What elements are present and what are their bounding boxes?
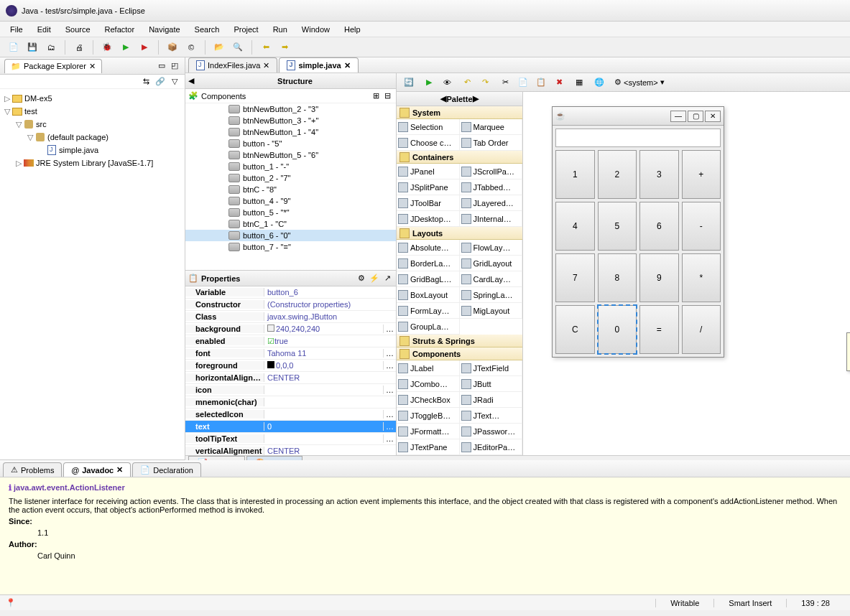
properties-table[interactable]: Variablebutton_6Constructor(Constructor … [185, 286, 396, 455]
props-tool-icon[interactable]: ⚙ [356, 273, 367, 284]
view-menu-icon[interactable]: ▽ [169, 76, 180, 88]
palette-item[interactable]: JCombo… [397, 376, 460, 392]
component-item[interactable]: button - "5" [185, 138, 396, 149]
menu-edit[interactable]: Edit [30, 23, 58, 36]
prop-edit-button[interactable]: … [383, 410, 396, 419]
component-item[interactable]: button_5 - "*" [185, 207, 396, 218]
forward-button[interactable]: ➡ [277, 39, 292, 55]
menu-navigate[interactable]: Navigate [142, 23, 187, 36]
property-row[interactable]: text0… [185, 421, 396, 433]
tree-item[interactable]: simple.java [3, 144, 182, 157]
tree-item[interactable]: ▷JRE System Library [JavaSE-1.7] [3, 157, 182, 169]
menu-window[interactable]: Window [295, 23, 337, 36]
calc-button-/[interactable]: / [682, 305, 721, 354]
palette-cat-system[interactable]: System [397, 106, 522, 119]
menu-source[interactable]: Source [58, 23, 98, 36]
component-item[interactable]: button_1 - "-" [185, 161, 396, 172]
menu-help[interactable]: Help [337, 23, 368, 36]
palette-item[interactable]: JSplitPane [397, 179, 460, 195]
property-row[interactable]: selectedIcon… [185, 409, 396, 421]
expand-all-icon[interactable]: ⊞ [370, 90, 382, 102]
calc-button-9[interactable]: 9 [639, 253, 679, 302]
menu-run[interactable]: Run [266, 23, 295, 36]
palette-item[interactable]: JLayered… [460, 195, 523, 211]
palette-item[interactable]: JPasswor… [460, 424, 523, 439]
component-item[interactable]: btnNewButton_2 - "3" [185, 103, 396, 115]
palette-item[interactable]: JScrollPa… [460, 164, 523, 179]
palette-item[interactable]: JTextPane [397, 439, 460, 455]
palette-item[interactable]: Selection [397, 119, 460, 135]
palette-item[interactable]: SpringLa… [460, 287, 523, 303]
component-item[interactable]: btnC - "8" [185, 184, 396, 195]
palette-item[interactable]: Choose c… [397, 135, 460, 151]
component-item[interactable]: btnNewButton_1 - "4" [185, 126, 396, 138]
props-events-icon[interactable]: ⚡ [369, 273, 380, 284]
palette-item[interactable]: JToggleB… [397, 408, 460, 424]
palette-item[interactable]: GroupLa… [397, 319, 460, 335]
component-item[interactable]: button_2 - "7" [185, 172, 396, 184]
design-toolbar[interactable]: 🔄 ▶ 👁 ↶ ↷ ✂ 📄 📋 ✖ ▦ 🌐 [397, 73, 850, 92]
bottom-tab-declaration[interactable]: 📄Declaration [132, 462, 201, 477]
property-row[interactable]: foreground0,0,0… [185, 360, 396, 372]
frame-min-button[interactable]: — [670, 111, 686, 122]
property-row[interactable]: Variablebutton_6 [185, 286, 396, 299]
palette-cat-struts[interactable]: Struts & Springs [397, 335, 522, 347]
palette-item[interactable]: JPanel [397, 164, 460, 179]
components-header[interactable]: 🧩 Components ⊞ ⊟ [185, 89, 396, 103]
property-row[interactable]: fontTahoma 11… [185, 347, 396, 360]
debug-button[interactable]: 🐞 [99, 39, 115, 55]
preview-icon[interactable]: 👁 [439, 75, 455, 90]
component-item[interactable]: button_6 - "0" [185, 230, 396, 241]
undo-icon[interactable]: ↶ [459, 75, 475, 90]
palette-item[interactable]: MigLayout [460, 303, 523, 319]
save-all-button[interactable]: 🗂 [43, 39, 59, 55]
palette-item[interactable]: JDesktop… [397, 211, 460, 227]
calc-button-C[interactable]: C [555, 305, 595, 354]
palette-item[interactable]: GridLayout [460, 256, 523, 271]
new-class-button[interactable]: © [183, 39, 199, 55]
palette-item[interactable]: Absolute… [397, 240, 460, 256]
calc-button-8[interactable]: 8 [598, 253, 637, 302]
collapse-icon[interactable]: ◀ [188, 76, 194, 85]
component-item[interactable]: button_7 - "=" [185, 241, 396, 253]
property-row[interactable]: Constructor(Constructor properties) [185, 299, 396, 311]
redo-icon[interactable]: ↷ [477, 75, 493, 90]
property-row[interactable]: icon… [185, 384, 396, 396]
prop-edit-button[interactable]: … [383, 325, 396, 333]
package-tree[interactable]: ▷DM-ex5▽test▽src▽(default package)simple… [0, 89, 185, 459]
editor-tab[interactable]: IndexFiles.java✕ [188, 57, 277, 73]
palette-item[interactable]: BoxLayout [397, 287, 460, 303]
system-dropdown[interactable]: <system> [624, 78, 658, 87]
palette-item[interactable]: JCheckBox [397, 392, 460, 408]
menu-search[interactable]: Search [188, 23, 227, 36]
palette-item[interactable]: Marquee [460, 119, 523, 135]
palette-item[interactable]: GridBagL… [397, 271, 460, 287]
palette-item[interactable]: JRadi [460, 392, 523, 408]
property-row[interactable]: mnemonic(char) [185, 396, 396, 409]
editor-tab[interactable]: simple.java✕ [279, 57, 358, 73]
jframe-preview[interactable]: ☕ — ▢ ✕ 123+456-789*C0=/ [552, 106, 724, 358]
palette-item[interactable]: FormLay… [397, 303, 460, 319]
property-row[interactable]: Classjavax.swing.JButton [185, 311, 396, 323]
dropdown-icon[interactable]: ▾ [660, 78, 665, 87]
calc-button-1[interactable]: 1 [555, 150, 595, 199]
menubar[interactable]: FileEditSourceRefactorNavigateSearchProj… [0, 22, 850, 37]
run-button[interactable]: ▶ [118, 39, 134, 55]
component-item[interactable]: btnNewButton_3 - "+" [185, 115, 396, 126]
package-explorer-tab-active[interactable]: 📁 Package Explorer ✕ [4, 59, 102, 73]
palette-cat-components[interactable]: Components [397, 347, 522, 360]
calc-button-4[interactable]: 4 [555, 202, 595, 251]
palette-item[interactable]: CardLay… [460, 271, 523, 287]
frame-max-button[interactable]: ▢ [688, 111, 703, 122]
component-item[interactable]: btnNewButton_5 - "6" [185, 149, 396, 161]
calc-button-7[interactable]: 7 [555, 253, 595, 302]
menu-project[interactable]: Project [226, 23, 265, 36]
tree-item[interactable]: ▽src [3, 118, 182, 131]
palette-item[interactable]: JInternal… [460, 211, 523, 227]
calc-button--[interactable]: - [682, 202, 721, 251]
prop-edit-button[interactable]: … [383, 361, 396, 370]
globe-icon[interactable]: 🌐 [591, 75, 607, 90]
cut-icon[interactable]: ✂ [497, 75, 513, 90]
bottom-tab-problems[interactable]: ⚠Problems [3, 462, 62, 477]
properties-icon[interactable]: ▦ [571, 75, 587, 90]
